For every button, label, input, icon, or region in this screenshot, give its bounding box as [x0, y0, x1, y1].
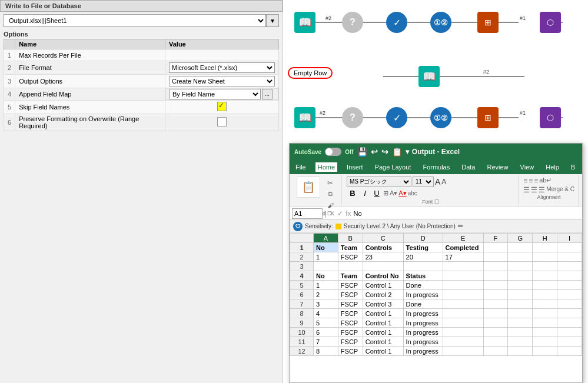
font-select[interactable]: MS Pゴシック — [347, 176, 411, 187]
cell-12-E[interactable] — [443, 347, 483, 356]
cell-6-F[interactable] — [483, 290, 508, 299]
node-book-bottom[interactable]: 📖 — [294, 107, 315, 128]
cell-8-D[interactable]: In progress — [403, 309, 443, 318]
cell-7-E[interactable] — [443, 299, 483, 309]
node-num-bottom[interactable]: ①② — [430, 107, 451, 128]
cell-6-E[interactable] — [443, 290, 483, 299]
cell-1-B[interactable]: Team — [338, 243, 363, 252]
copy-btn[interactable]: ⧉ — [323, 189, 338, 199]
cell-9-H[interactable] — [533, 318, 557, 328]
cell-1-C[interactable]: Controls — [363, 243, 403, 252]
cell-2-D[interactable]: 20 — [403, 252, 443, 262]
cell-1-D[interactable]: Testing — [403, 243, 443, 252]
border-btn[interactable]: ⊞ — [383, 189, 388, 197]
cell-8-B[interactable]: FSCP — [338, 309, 363, 318]
cell-5-B[interactable]: FSCP — [338, 281, 363, 290]
cell-3-H[interactable] — [533, 262, 557, 271]
cell-6-I[interactable] — [557, 290, 582, 299]
cell-12-G[interactable] — [508, 347, 533, 356]
cell-1-G[interactable] — [508, 243, 533, 252]
cell-4-E[interactable] — [443, 271, 483, 281]
cell-5-E[interactable] — [443, 281, 483, 290]
menu-b[interactable]: B — [569, 162, 577, 172]
node-question-top[interactable]: ? — [342, 12, 363, 33]
cell-12-B[interactable]: FSCP — [338, 347, 363, 356]
menu-page-layout[interactable]: Page Layout — [373, 162, 414, 172]
cell-11-I[interactable] — [557, 337, 582, 347]
cell-7-D[interactable]: Done — [403, 299, 443, 309]
cell-11-A[interactable]: 7 — [314, 337, 338, 347]
merge-btn[interactable]: Merge & C — [546, 186, 574, 194]
node-book-middle[interactable]: 📖 — [418, 66, 440, 87]
cell-6-D[interactable]: In progress — [403, 290, 443, 299]
option-value-5[interactable] — [165, 101, 279, 114]
output-path-select[interactable]: Output.xlsx|||Sheet1 — [4, 14, 266, 27]
cell-6-H[interactable] — [533, 290, 557, 299]
menu-help[interactable]: Help — [543, 162, 562, 172]
align-left-btn[interactable]: ☰ — [523, 186, 530, 194]
cell-3-C[interactable] — [363, 262, 403, 271]
cell-1-F[interactable] — [483, 243, 508, 252]
cell-9-E[interactable] — [443, 318, 483, 328]
cell-4-A[interactable]: No — [314, 271, 338, 281]
cell-8-H[interactable] — [533, 309, 557, 318]
cell-4-H[interactable] — [533, 271, 557, 281]
cell-12-H[interactable] — [533, 347, 557, 356]
align-top-btn[interactable]: ≡ — [523, 176, 527, 185]
cell-10-G[interactable] — [508, 328, 533, 337]
cell-1-E[interactable]: Completed — [443, 243, 483, 252]
cell-9-I[interactable] — [557, 318, 582, 328]
cell-2-F[interactable] — [483, 252, 508, 262]
align-bot-btn[interactable]: ≡ — [534, 176, 538, 185]
cell-10-B[interactable]: FSCP — [338, 328, 363, 337]
cell-2-B[interactable]: FSCP — [338, 252, 363, 262]
cell-5-H[interactable] — [533, 281, 557, 290]
fill-color-btn[interactable]: A▾ — [390, 189, 397, 197]
autosave-toggle[interactable] — [325, 148, 341, 156]
cell-3-B[interactable] — [338, 262, 363, 271]
cell-11-D[interactable]: In progress — [403, 337, 443, 347]
option-value-6[interactable] — [165, 114, 279, 131]
node-purple-top[interactable]: ⬡ — [540, 12, 561, 33]
cell-2-A[interactable]: 1 — [314, 252, 338, 262]
confirm-formula-btn[interactable]: ✓ — [337, 209, 343, 218]
formula-input[interactable] — [353, 208, 580, 219]
bold-btn[interactable]: B — [347, 188, 358, 199]
cell-11-H[interactable] — [533, 337, 557, 347]
cell-4-I[interactable] — [557, 271, 582, 281]
cell-9-D[interactable]: In progress — [403, 318, 443, 328]
cell-12-I[interactable] — [557, 347, 582, 356]
cell-8-A[interactable]: 4 — [314, 309, 338, 318]
cell-3-F[interactable] — [483, 262, 508, 271]
cell-7-G[interactable] — [508, 299, 533, 309]
cell-3-E[interactable] — [443, 262, 483, 271]
cell-7-I[interactable] — [557, 299, 582, 309]
checkbox-checked-5[interactable] — [217, 102, 227, 111]
cell-3-I[interactable] — [557, 262, 582, 271]
cell-8-I[interactable] — [557, 309, 582, 318]
italic-btn[interactable]: I — [360, 188, 370, 199]
cell-4-C[interactable]: Control No — [363, 271, 403, 281]
cell-3-A[interactable] — [314, 262, 338, 271]
checkbox-empty-6[interactable] — [217, 117, 227, 126]
edit-sensitivity-btn[interactable]: ✏ — [458, 222, 463, 230]
output-path-dropdown-btn[interactable]: ▼ — [266, 14, 279, 27]
cell-2-I[interactable] — [557, 252, 582, 262]
menu-view[interactable]: View — [518, 162, 537, 172]
cell-4-B[interactable]: Team — [338, 271, 363, 281]
menu-home[interactable]: Home — [315, 162, 337, 172]
cut-btn[interactable]: ✂ — [323, 178, 338, 188]
cell-12-C[interactable]: Control 1 — [363, 347, 403, 356]
cell-5-A[interactable]: 1 — [314, 281, 338, 290]
cell-7-A[interactable]: 3 — [314, 299, 338, 309]
node-check-top[interactable]: ✓ — [386, 12, 407, 33]
cell-10-F[interactable] — [483, 328, 508, 337]
node-question-bottom[interactable]: ? — [342, 107, 363, 128]
cell-5-C[interactable]: Control 1 — [363, 281, 403, 290]
cell-8-C[interactable]: Control 1 — [363, 309, 403, 318]
paste-btn[interactable]: 📋 — [297, 176, 320, 198]
cell-10-C[interactable]: Control 1 — [363, 328, 403, 337]
cell-11-F[interactable] — [483, 337, 508, 347]
cell-11-B[interactable]: FSCP — [338, 337, 363, 347]
cell-12-D[interactable]: In progress — [403, 347, 443, 356]
